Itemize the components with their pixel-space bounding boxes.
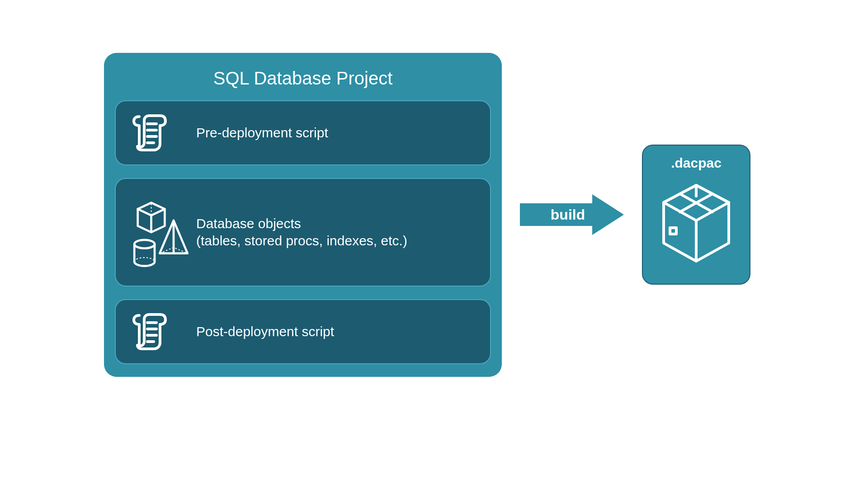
- project-title: SQL Database Project: [115, 68, 491, 89]
- package-icon: [656, 179, 737, 269]
- svg-point-4: [134, 239, 155, 248]
- build-arrow: build: [520, 194, 624, 235]
- database-objects-card: Database objects (tables, stored procs, …: [115, 178, 491, 286]
- post-deployment-label: Post-deployment script: [196, 324, 334, 339]
- diagram-stage: SQL Database Project Pre-deployment scri…: [104, 27, 764, 402]
- shapes-icon: [129, 192, 193, 273]
- db-objects-label: Database objects: [196, 216, 301, 231]
- svg-rect-10: [670, 228, 676, 234]
- pre-deployment-card: Pre-deployment script: [115, 100, 491, 165]
- post-deployment-card: Post-deployment script: [115, 299, 491, 364]
- script-icon: [129, 309, 193, 354]
- sql-project-container: SQL Database Project Pre-deployment scri…: [104, 53, 502, 377]
- pre-deployment-label: Pre-deployment script: [196, 125, 328, 140]
- build-arrow-label: build: [551, 206, 585, 223]
- script-icon: [129, 110, 193, 155]
- dacpac-output: .dacpac: [642, 145, 750, 285]
- db-objects-sublabel: (tables, stored procs, indexes, etc.): [196, 233, 407, 248]
- dacpac-title: .dacpac: [671, 155, 722, 171]
